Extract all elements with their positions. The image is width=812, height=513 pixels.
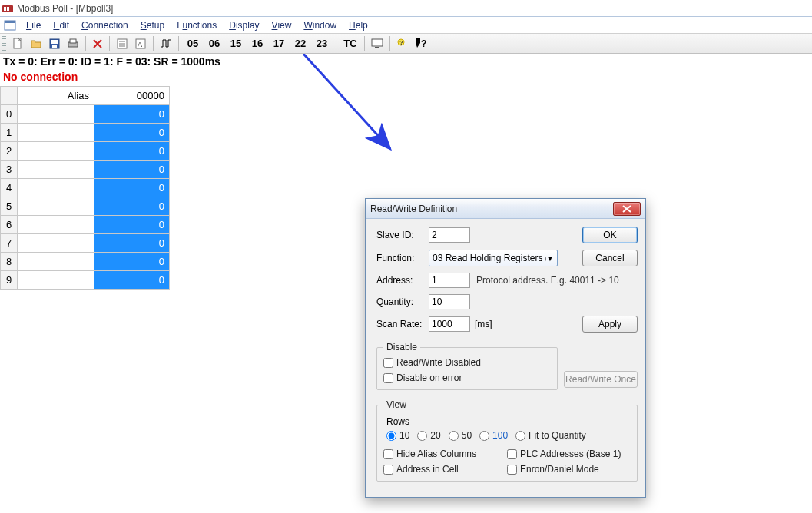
svg-rect-20 xyxy=(375,47,379,48)
disable-group: Disable Read/Write Disabled Disable on e… xyxy=(376,342,558,390)
row-index[interactable]: 1 xyxy=(1,124,18,142)
fn-06[interactable]: 06 xyxy=(204,35,224,52)
row-index[interactable]: 3 xyxy=(1,161,18,179)
radio-rows-fit[interactable]: Fit to Quantity xyxy=(515,430,586,441)
disable-legend: Disable xyxy=(383,342,420,352)
chk-hide-alias[interactable]: Hide Alias Columns xyxy=(383,448,507,459)
row-value[interactable]: 0 xyxy=(94,197,170,216)
dialog-close-button[interactable] xyxy=(613,202,641,216)
row-value[interactable]: 0 xyxy=(94,179,170,197)
delete-button[interactable] xyxy=(90,35,105,52)
unit-ms: [ms] xyxy=(475,319,492,329)
row-alias[interactable] xyxy=(18,179,94,197)
menu-display[interactable]: Display xyxy=(223,18,265,32)
menu-help[interactable]: Help xyxy=(343,18,374,32)
input-address[interactable] xyxy=(429,273,470,288)
fn-22[interactable]: 22 xyxy=(290,35,310,52)
open-button[interactable] xyxy=(28,35,45,52)
row-index[interactable]: 5 xyxy=(1,197,18,216)
row-alias[interactable] xyxy=(18,271,94,290)
row-index[interactable]: 0 xyxy=(1,105,18,124)
radio-rows-10[interactable]: 10 xyxy=(386,430,409,441)
row-alias[interactable] xyxy=(18,216,94,234)
combo-function[interactable]: 03 Read Holding Registers (4x) ▼ xyxy=(429,250,558,266)
row-alias[interactable] xyxy=(18,142,94,161)
chk-rw-disabled[interactable]: Read/Write Disabled xyxy=(383,357,551,368)
radio-rows-100[interactable]: 100 xyxy=(479,430,508,441)
fn-15[interactable]: 15 xyxy=(226,35,246,52)
toolbar-grip[interactable] xyxy=(2,36,6,51)
row-value[interactable]: 0 xyxy=(94,161,170,179)
menu-connection[interactable]: Connection xyxy=(75,18,134,32)
chk-addr-cell[interactable]: Address in Cell xyxy=(383,464,507,475)
row-alias[interactable] xyxy=(18,161,94,179)
row-value[interactable]: 0 xyxy=(94,216,170,234)
save-button[interactable] xyxy=(46,35,63,52)
input-scan-rate[interactable] xyxy=(429,316,470,332)
radio-rows-50[interactable]: 50 xyxy=(449,430,472,441)
dialog-title: Read/Write Definition xyxy=(370,204,457,214)
read-write-once-button[interactable]: Read/Write Once xyxy=(564,371,638,388)
context-help-button[interactable]: ? xyxy=(413,35,431,52)
row-alias[interactable] xyxy=(18,124,94,142)
row-alias[interactable] xyxy=(18,197,94,216)
dialog-title-bar[interactable]: Read/Write Definition xyxy=(366,199,645,219)
autoconf-button[interactable]: A xyxy=(132,35,149,52)
chevron-down-icon: ▼ xyxy=(546,254,554,263)
input-slave-id[interactable] xyxy=(429,227,470,243)
fn-16[interactable]: 16 xyxy=(247,35,267,52)
read-write-def-dialog: Read/Write Definition Slave ID: OK Funct… xyxy=(365,198,646,498)
print-button[interactable] xyxy=(65,35,81,52)
cancel-button[interactable]: Cancel xyxy=(582,250,638,266)
row-value[interactable]: 0 xyxy=(94,271,170,290)
svg-rect-10 xyxy=(70,39,76,43)
row-index[interactable]: 4 xyxy=(1,179,18,197)
menu-edit[interactable]: Edit xyxy=(47,18,75,32)
svg-rect-8 xyxy=(52,45,57,48)
chk-enron[interactable]: Enron/Daniel Mode xyxy=(507,464,631,475)
apply-button[interactable]: Apply xyxy=(582,316,638,333)
row-index[interactable]: 9 xyxy=(1,271,18,290)
input-quantity[interactable] xyxy=(429,294,470,309)
fn-tc[interactable]: TC xyxy=(340,35,360,52)
menu-functions[interactable]: Functions xyxy=(171,18,223,32)
row-value[interactable]: 0 xyxy=(94,253,170,271)
radio-rows-20[interactable]: 20 xyxy=(417,430,440,441)
fn-23[interactable]: 23 xyxy=(312,35,332,52)
label-slave-id: Slave ID: xyxy=(376,230,429,240)
new-doc-button[interactable] xyxy=(9,35,26,52)
pulse-button[interactable] xyxy=(157,35,174,52)
row-value[interactable]: 0 xyxy=(94,124,170,142)
fn-17[interactable]: 17 xyxy=(269,35,289,52)
menu-file[interactable]: File xyxy=(20,18,47,32)
row-alias[interactable] xyxy=(18,234,94,253)
ok-button[interactable]: OK xyxy=(582,227,638,243)
toolbar-sep xyxy=(109,36,110,51)
row-alias[interactable] xyxy=(18,105,94,124)
chk-plc-addr[interactable]: PLC Addresses (Base 1) xyxy=(507,448,631,459)
row-value[interactable]: 0 xyxy=(94,105,170,124)
help-button[interactable]: ? xyxy=(394,35,411,52)
menu-view[interactable]: View xyxy=(266,18,298,32)
row-index[interactable]: 8 xyxy=(1,253,18,271)
menu-window[interactable]: Window xyxy=(297,18,343,32)
row-value[interactable]: 0 xyxy=(94,234,170,253)
rows-legend: Rows xyxy=(386,416,628,427)
fn-05[interactable]: 05 xyxy=(183,35,203,52)
app-icon xyxy=(2,2,14,15)
row-index[interactable]: 6 xyxy=(1,216,18,234)
register-grid: Alias 00000 00102030405060708090 xyxy=(0,86,170,290)
monitor-button[interactable] xyxy=(369,35,386,52)
settings-button[interactable] xyxy=(114,35,131,52)
chk-disable-error[interactable]: Disable on error xyxy=(383,372,551,383)
col-header-alias[interactable]: Alias xyxy=(18,87,94,105)
row-index[interactable]: 2 xyxy=(1,142,18,161)
col-header-value[interactable]: 00000 xyxy=(94,87,170,105)
menu-setup[interactable]: Setup xyxy=(134,18,171,32)
row-alias[interactable] xyxy=(18,253,94,271)
svg-text:?: ? xyxy=(399,39,403,46)
row-value[interactable]: 0 xyxy=(94,142,170,161)
row-index[interactable]: 7 xyxy=(1,234,18,253)
close-icon xyxy=(622,205,631,213)
mdi-child-icon xyxy=(3,18,17,32)
